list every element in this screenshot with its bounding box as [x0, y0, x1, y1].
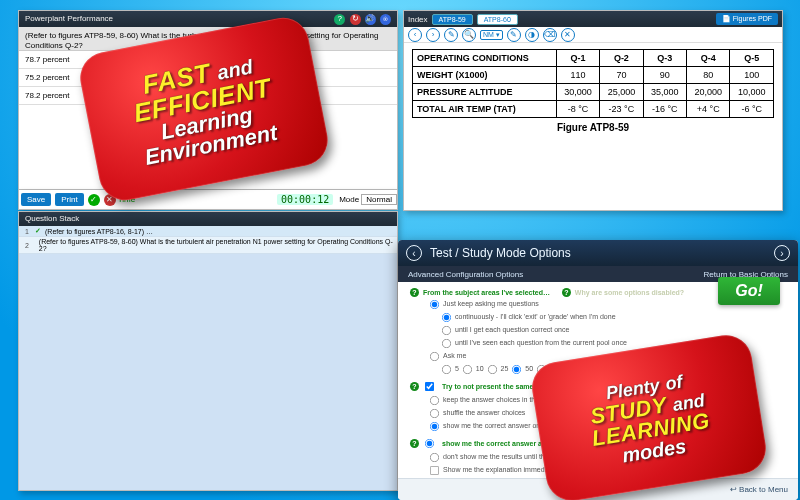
- table-header-cell: Q-5: [730, 50, 774, 67]
- row-text: (Refer to figures ATP8-59, 8-60) What is…: [39, 238, 393, 252]
- figure-tabbar: Index ATP8-59 ATP8-60 📄 Figures PDF: [404, 11, 782, 27]
- table-cell: 100: [730, 67, 774, 84]
- dialog-title: Test / Study Mode Options: [430, 246, 571, 260]
- opt-continuously[interactable]: continuously - I'll click 'exit' or 'gra…: [410, 311, 786, 324]
- refresh-icon[interactable]: ↻: [350, 14, 361, 25]
- question-titlebar: Powerplant Performance ? ↻ 🔊 ⍟: [19, 11, 397, 27]
- clear-icon[interactable]: ✕: [561, 28, 575, 42]
- table-cell: WEIGHT (X1000): [413, 67, 557, 84]
- mode-label: Mode: [339, 195, 359, 204]
- sound-icon[interactable]: 🔊: [365, 14, 376, 25]
- dialog-header: ‹ Test / Study Mode Options ›: [398, 240, 798, 266]
- table-row[interactable]: 1 ✓ (Refer to figures ATP8-16, 8-17) …: [19, 226, 397, 237]
- help-icon[interactable]: ?: [334, 14, 345, 25]
- go-button[interactable]: Go!: [718, 277, 780, 305]
- question-list-panel: Question Stack 1 ✓ (Refer to figures ATP…: [18, 211, 398, 491]
- table-row[interactable]: 2 (Refer to figures ATP8-59, 8-60) What …: [19, 237, 397, 254]
- tab-figure[interactable]: ATP8-60: [477, 14, 518, 25]
- measure-icon[interactable]: ✎: [444, 28, 458, 42]
- check-icon: ✓: [35, 227, 41, 235]
- question-title: Powerplant Performance: [25, 11, 113, 27]
- titlebar-icons: ? ↻ 🔊 ⍟: [332, 11, 391, 27]
- figures-pdf-label: Figures PDF: [733, 15, 772, 22]
- back-icon[interactable]: ‹: [406, 245, 422, 261]
- question-list-title: Question Stack: [19, 212, 397, 226]
- table-cell: 80: [687, 67, 730, 84]
- table-cell: 70: [600, 67, 643, 84]
- table-cell: 110: [556, 67, 599, 84]
- highlight-icon[interactable]: ◑: [525, 28, 539, 42]
- table-cell: 25,000: [600, 84, 643, 101]
- group-lead: From the subject areas I've selected…: [423, 289, 550, 296]
- table-cell: 30,000: [556, 84, 599, 101]
- sticker-text: of: [664, 371, 684, 393]
- table-cell: -6 °C: [730, 101, 774, 118]
- table-header-cell: Q-4: [687, 50, 730, 67]
- question-footer: Save Print ✓ ✕ Time 00:00:12 Mode Normal: [18, 190, 398, 210]
- table-header-cell: Q-1: [556, 50, 599, 67]
- operating-conditions-table: OPERATING CONDITIONSQ-1Q-2Q-3Q-4Q-5 WEIG…: [412, 49, 774, 118]
- nav-prev-icon[interactable]: ‹: [408, 28, 422, 42]
- table-cell: -16 °C: [643, 101, 686, 118]
- check-icon[interactable]: ✓: [88, 194, 100, 206]
- help-icon[interactable]: ?: [410, 288, 419, 297]
- table-row: TOTAL AIR TEMP (TAT)-8 °C-23 °C-16 °C+4 …: [413, 101, 774, 118]
- row-index: 2: [23, 242, 31, 249]
- figure-body: OPERATING CONDITIONSQ-1Q-2Q-3Q-4Q-5 WEIG…: [404, 43, 782, 210]
- draw-icon[interactable]: ✎: [507, 28, 521, 42]
- dialog-subtitle: Advanced Configuration Options: [408, 270, 523, 279]
- opt-no-repeat[interactable]: [425, 382, 434, 391]
- faded-hint: Why are some options disabled?: [575, 289, 684, 296]
- row-text: (Refer to figures ATP8-16, 8-17) …: [45, 228, 153, 235]
- back-to-menu-link[interactable]: ↩ Back to Menu: [730, 485, 788, 494]
- table-cell: 10,000: [730, 84, 774, 101]
- table-cell: 20,000: [687, 84, 730, 101]
- help-icon[interactable]: ?: [562, 288, 571, 297]
- figure-panel: Index ATP8-59 ATP8-60 📄 Figures PDF ‹ › …: [403, 10, 783, 211]
- table-row: PRESSURE ALTITUDE30,00025,00035,00020,00…: [413, 84, 774, 101]
- save-button[interactable]: Save: [21, 193, 51, 206]
- table-cell: -23 °C: [600, 101, 643, 118]
- erase-icon[interactable]: ⌫: [543, 28, 557, 42]
- help-icon[interactable]: ?: [410, 382, 419, 391]
- table-header-cell: Q-3: [643, 50, 686, 67]
- print-button[interactable]: Print: [55, 193, 83, 206]
- table-header-cell: Q-2: [600, 50, 643, 67]
- table-cell: +4 °C: [687, 101, 730, 118]
- row-index: 1: [23, 228, 31, 235]
- table-cell: TOTAL AIR TEMP (TAT): [413, 101, 557, 118]
- timer-readout: 00:00:12: [277, 194, 333, 205]
- table-cell: PRESSURE ALTITUDE: [413, 84, 557, 101]
- table-cell: 90: [643, 67, 686, 84]
- tab-figure[interactable]: ATP8-59: [432, 14, 473, 25]
- figures-pdf-button[interactable]: 📄 Figures PDF: [716, 13, 778, 25]
- index-label[interactable]: Index: [408, 15, 428, 24]
- table-cell: 35,000: [643, 84, 686, 101]
- mode-value[interactable]: Normal: [361, 194, 397, 205]
- zoom-icon[interactable]: 🔍: [462, 28, 476, 42]
- help-icon[interactable]: ?: [410, 439, 419, 448]
- table-header-cell: OPERATING CONDITIONS: [413, 50, 557, 67]
- table-cell: -8 °C: [556, 101, 599, 118]
- table-row: WEIGHT (X1000)110709080100: [413, 67, 774, 84]
- figure-toolbar: ‹ › ✎ 🔍 NM ▾ ✎ ◑ ⌫ ✕: [404, 27, 782, 43]
- opt-show-after[interactable]: [425, 439, 434, 448]
- unit-select[interactable]: NM ▾: [480, 30, 503, 40]
- forward-icon[interactable]: ›: [774, 245, 790, 261]
- profile-icon[interactable]: ⍟: [380, 14, 391, 25]
- nav-next-icon[interactable]: ›: [426, 28, 440, 42]
- figure-caption: Figure ATP8-59: [412, 122, 774, 133]
